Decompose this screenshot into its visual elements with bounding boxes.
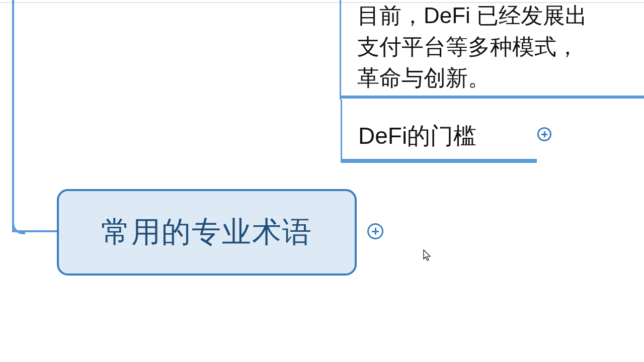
expand-icon[interactable] — [537, 127, 551, 141]
child-node-defi-threshold[interactable]: DeFi的门槛 — [341, 100, 542, 159]
detail-line: 革命与创新。 — [357, 62, 644, 94]
tree-connector-corner — [12, 221, 25, 234]
selected-node-terms[interactable]: 常用的专业术语 — [57, 189, 357, 276]
expand-icon[interactable] — [367, 223, 383, 239]
child-node-label: DeFi的门槛 — [358, 123, 476, 149]
detail-text: 目前，DeFi 已经发展出 支付平台等多种模式， 革命与创新。 — [341, 0, 644, 100]
detail-node[interactable]: 目前，DeFi 已经发展出 支付平台等多种模式， 革命与创新。 — [340, 0, 644, 100]
cursor-icon — [422, 249, 432, 262]
tree-connector-vertical — [12, 0, 14, 232]
selected-node-label: 常用的专业术语 — [101, 213, 312, 252]
detail-line: 支付平台等多种模式， — [357, 31, 644, 62]
child-underline — [341, 159, 537, 163]
tree-connector-horizontal — [12, 230, 58, 232]
detail-underline — [340, 96, 644, 99]
detail-line: 目前，DeFi 已经发展出 — [357, 0, 644, 31]
